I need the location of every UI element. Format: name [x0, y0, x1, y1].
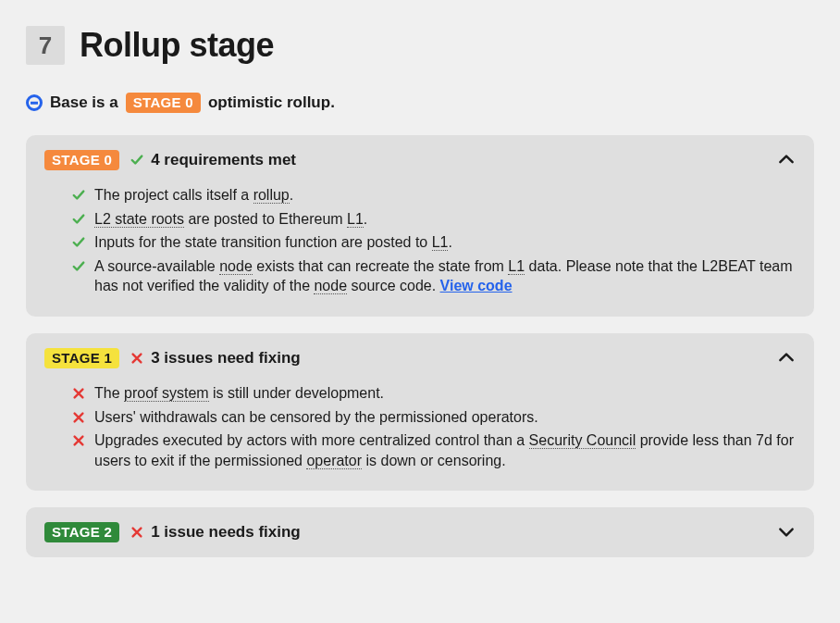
x-icon	[72, 411, 85, 424]
chevron-down-icon[interactable]	[777, 523, 796, 542]
stage-status-text: 1 issue needs fixing	[151, 523, 301, 542]
stage-badge: STAGE 0	[44, 150, 119, 170]
x-icon	[72, 434, 85, 447]
summary-stage-badge: STAGE 0	[126, 93, 201, 113]
stage-card-header[interactable]: STAGE 13 issues need fixing	[26, 333, 814, 383]
x-icon	[130, 352, 143, 365]
summary-suffix: optimistic rollup.	[208, 93, 335, 112]
section-title: Rollup stage	[80, 26, 274, 65]
stage-card: STAGE 21 issue needs fixing	[26, 507, 814, 557]
requirement-item: A source-available node exists that can …	[72, 256, 796, 296]
check-icon	[72, 260, 85, 273]
requirement-text: A source-available node exists that can …	[94, 256, 796, 296]
view-code-link[interactable]: View code	[440, 278, 513, 293]
stage-card: STAGE 13 issues need fixingThe proof sys…	[26, 333, 814, 491]
check-icon	[72, 189, 85, 202]
requirement-text: The proof system is still under developm…	[94, 383, 384, 404]
requirement-item: The proof system is still under developm…	[72, 383, 796, 404]
stage-card: STAGE 04 requirements metThe project cal…	[26, 135, 814, 317]
requirement-text: Users' withdrawals can be censored by th…	[94, 407, 538, 428]
requirement-item: The project calls itself a rollup.	[72, 185, 796, 206]
requirement-text: Inputs for the state transition function…	[94, 232, 452, 253]
stage-card-body: The proof system is still under developm…	[26, 383, 814, 491]
check-icon	[130, 154, 143, 167]
stage-summary: Base is a STAGE 0 optimistic rollup.	[26, 93, 814, 113]
stage-badge: STAGE 1	[44, 348, 119, 368]
stage-status: 1 issue needs fixing	[130, 523, 301, 542]
requirement-item: Upgrades executed by actors with more ce…	[72, 430, 796, 470]
requirement-item: Inputs for the state transition function…	[72, 232, 796, 253]
check-icon	[72, 236, 85, 249]
info-circle-icon	[26, 94, 43, 111]
x-icon	[72, 387, 85, 400]
stage-badge: STAGE 2	[44, 522, 119, 542]
section-number: 7	[26, 26, 65, 65]
stage-status-text: 4 requirements met	[151, 151, 296, 169]
check-icon	[72, 213, 85, 226]
chevron-up-icon[interactable]	[777, 151, 796, 169]
stage-card-header[interactable]: STAGE 21 issue needs fixing	[26, 507, 814, 557]
stage-status: 3 issues need fixing	[130, 349, 301, 368]
requirement-text: L2 state roots are posted to Ethereum L1…	[94, 209, 367, 230]
stage-status-text: 3 issues need fixing	[151, 349, 301, 368]
requirement-item: Users' withdrawals can be censored by th…	[72, 407, 796, 428]
requirement-item: L2 state roots are posted to Ethereum L1…	[72, 209, 796, 230]
requirement-text: The project calls itself a rollup.	[94, 185, 293, 206]
requirement-text: Upgrades executed by actors with more ce…	[94, 430, 796, 470]
stage-card-body: The project calls itself a rollup.L2 sta…	[26, 185, 814, 317]
chevron-up-icon[interactable]	[777, 349, 796, 368]
x-icon	[130, 526, 143, 539]
summary-prefix: Base is a	[50, 93, 118, 112]
stage-card-header[interactable]: STAGE 04 requirements met	[26, 135, 814, 185]
stage-status: 4 requirements met	[130, 151, 296, 169]
